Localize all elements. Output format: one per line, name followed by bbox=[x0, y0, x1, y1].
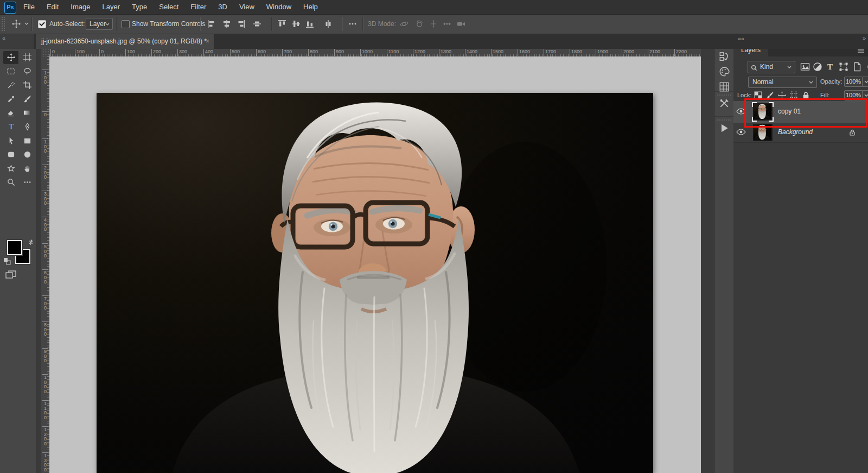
filter-smart-icon[interactable] bbox=[852, 62, 862, 72]
options-grip[interactable] bbox=[1, 16, 5, 31]
menu-window[interactable]: Window bbox=[260, 0, 297, 14]
default-colors-icon[interactable] bbox=[3, 257, 11, 265]
swatches-panel-icon[interactable] bbox=[719, 66, 730, 77]
layer-thumbnail[interactable] bbox=[753, 124, 773, 141]
align-top-icon[interactable] bbox=[278, 20, 286, 28]
layer-filter-kind-dropdown[interactable]: Kind bbox=[748, 61, 795, 73]
type-tool[interactable]: T bbox=[3, 121, 18, 134]
show-transform-checkbox[interactable] bbox=[122, 20, 130, 28]
lock-position-icon[interactable] bbox=[778, 91, 786, 99]
align-left-icon[interactable] bbox=[207, 20, 216, 28]
ruler-label: 700 bbox=[42, 295, 48, 311]
filter-shape-icon[interactable] bbox=[839, 62, 848, 72]
3d-roll-icon[interactable] bbox=[415, 20, 424, 28]
artboard-tool[interactable] bbox=[20, 51, 35, 64]
gradient-tool[interactable] bbox=[20, 106, 35, 119]
tool-presets-panel-icon[interactable] bbox=[719, 98, 730, 109]
auto-select-checkbox[interactable] bbox=[38, 20, 46, 28]
ruler-label: 1200 bbox=[42, 426, 48, 446]
distribute-v-icon[interactable] bbox=[324, 20, 333, 28]
filter-pixel-icon[interactable] bbox=[800, 62, 810, 72]
eraser-tool[interactable] bbox=[3, 106, 18, 119]
pen-tool[interactable] bbox=[20, 121, 35, 134]
menu-file[interactable]: File bbox=[17, 0, 41, 14]
dock-grip[interactable] bbox=[717, 94, 731, 96]
opacity-value[interactable]: 100% bbox=[844, 77, 863, 87]
ruler-label: 0 bbox=[42, 111, 48, 117]
lock-artboard-icon[interactable] bbox=[790, 91, 798, 99]
crop-tool[interactable] bbox=[20, 79, 35, 92]
menu-3d[interactable]: 3D bbox=[212, 0, 233, 14]
horizontal-ruler[interactable]: 0100010020030040050060070080090010001100… bbox=[49, 49, 701, 57]
auto-select-target-dropdown[interactable]: Layer bbox=[86, 18, 113, 30]
layer-row[interactable]: copy 01 bbox=[733, 101, 868, 123]
fill-chevron-icon[interactable] bbox=[863, 90, 868, 100]
filter-adjustment-icon[interactable] bbox=[813, 62, 822, 72]
dock-grip[interactable] bbox=[717, 119, 731, 121]
layer-row[interactable]: Background bbox=[733, 123, 868, 143]
3d-slide-icon[interactable] bbox=[443, 20, 451, 28]
lock-all-icon[interactable] bbox=[802, 91, 810, 99]
zoom-tool[interactable] bbox=[3, 176, 18, 189]
marquee-tool[interactable] bbox=[3, 65, 18, 78]
align-bottom-icon[interactable] bbox=[305, 20, 314, 28]
3d-orbit-icon[interactable] bbox=[400, 20, 409, 28]
close-tab-icon[interactable]: × bbox=[206, 34, 209, 49]
menu-help[interactable]: Help bbox=[297, 0, 324, 14]
menu-filter[interactable]: Filter bbox=[184, 0, 212, 14]
menu-edit[interactable]: Edit bbox=[41, 0, 65, 14]
lasso-tool[interactable] bbox=[20, 65, 35, 78]
foreground-color-swatch[interactable] bbox=[7, 240, 22, 255]
menu-select[interactable]: Select bbox=[153, 0, 184, 14]
ruler-label: 100 bbox=[125, 49, 135, 56]
align-right-icon[interactable] bbox=[237, 20, 245, 28]
swap-colors-icon[interactable] bbox=[27, 238, 35, 246]
document-canvas[interactable] bbox=[97, 93, 653, 473]
collapse-panels-button[interactable]: «« bbox=[738, 35, 744, 42]
menu-view[interactable]: View bbox=[233, 0, 260, 14]
more-options-icon[interactable] bbox=[348, 20, 357, 28]
blend-mode-dropdown[interactable]: Normal bbox=[748, 77, 817, 88]
info-panel-icon[interactable] bbox=[719, 81, 730, 92]
3d-pan-icon[interactable] bbox=[429, 20, 438, 28]
menu-type[interactable]: Type bbox=[126, 0, 153, 14]
document-tab[interactable]: jj-jordan-623650-unsplash.jpg @ 50% (cop… bbox=[36, 34, 214, 49]
hand-tool[interactable] bbox=[20, 162, 35, 175]
lock-paint-icon[interactable] bbox=[766, 91, 774, 99]
quick-selection-tool[interactable] bbox=[3, 79, 18, 92]
fill-value[interactable]: 100% bbox=[844, 90, 863, 100]
3d-camera-icon[interactable] bbox=[457, 20, 465, 28]
move-tool-icon[interactable] bbox=[12, 20, 21, 28]
rectangle-tool[interactable] bbox=[20, 135, 35, 148]
custom-shape-tool[interactable] bbox=[3, 162, 18, 175]
chevron-down-icon bbox=[787, 66, 792, 69]
tool-preset-chevron-icon[interactable] bbox=[24, 22, 29, 26]
path-select-tool[interactable] bbox=[3, 135, 18, 148]
expand-dock-button[interactable]: » bbox=[863, 34, 866, 42]
visibility-eye-icon[interactable] bbox=[736, 108, 747, 116]
eyedropper-tool[interactable] bbox=[3, 93, 18, 106]
collapse-toolbox-button[interactable]: « bbox=[2, 34, 5, 42]
ellipse-tool[interactable] bbox=[20, 148, 35, 161]
more-tools[interactable] bbox=[20, 176, 35, 189]
actions-panel-icon[interactable] bbox=[719, 123, 730, 134]
layer-thumbnail[interactable] bbox=[753, 103, 773, 121]
distribute-h-icon[interactable] bbox=[253, 20, 261, 28]
brush-tool[interactable] bbox=[20, 93, 35, 106]
align-middle-icon[interactable] bbox=[292, 20, 301, 28]
visibility-eye-icon[interactable] bbox=[736, 129, 747, 136]
opacity-chevron-icon[interactable] bbox=[863, 77, 868, 87]
move-tool[interactable] bbox=[3, 51, 18, 64]
lock-transparent-icon[interactable] bbox=[754, 91, 762, 99]
history-panel-icon[interactable] bbox=[719, 51, 730, 62]
screen-mode-icon[interactable] bbox=[5, 270, 16, 280]
align-center-h-icon[interactable] bbox=[222, 20, 231, 28]
filter-type-icon[interactable]: T bbox=[825, 62, 835, 72]
menu-layer[interactable]: Layer bbox=[97, 0, 126, 14]
rounded-rectangle-tool[interactable] bbox=[3, 148, 18, 161]
menu-image[interactable]: Image bbox=[65, 0, 96, 14]
vertical-ruler[interactable]: 1000100200300400500600700800900100011001… bbox=[41, 56, 50, 473]
canvas-pasteboard[interactable] bbox=[49, 56, 701, 473]
separator bbox=[342, 17, 342, 31]
ruler-label: 1000 bbox=[42, 374, 48, 394]
